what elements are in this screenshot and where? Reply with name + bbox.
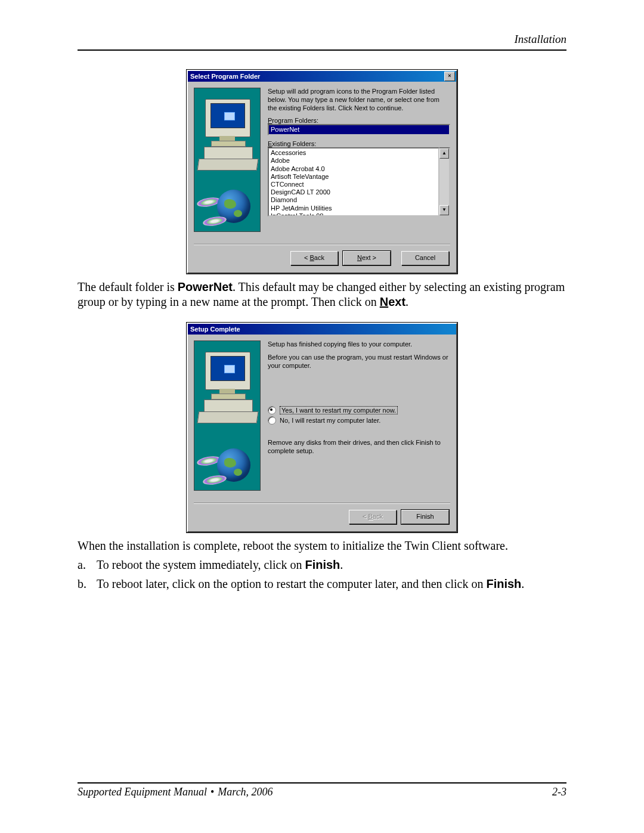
reboot-steps-list: a. To reboot the system immediately, cli… [78,557,566,592]
program-folder-input[interactable]: PowerNet [268,124,450,135]
cancel-button[interactable]: Cancel [401,251,449,265]
dialog-separator [194,503,450,504]
list-item[interactable]: HP JetAdmin Utilities [271,205,436,212]
back-button[interactable]: < Back [290,251,338,265]
setup-complete-dialog: Setup Complete Setup has finished copyin… [187,323,457,532]
header-rule [78,49,566,51]
finish-button[interactable]: Finish [401,510,449,524]
restart-now-label: Yes, I want to restart my computer now. [280,406,398,414]
list-item[interactable]: Accessories [271,149,436,157]
radio-icon [268,416,276,425]
program-folders-label: Program Folders: [268,117,450,124]
paragraph-default-folder: The default folder is PowerNet. This def… [78,280,566,309]
page-number: 2-3 [552,786,566,798]
list-item[interactable]: Artisoft TeleVantage [271,173,436,181]
back-button-disabled: < Back [349,510,397,524]
dialog1-titlebar: Select Program Folder × [188,71,456,82]
dialog2-title: Setup Complete [190,326,240,333]
scroll-down-icon[interactable]: ▼ [439,205,449,215]
list-item[interactable]: CTConnect [271,181,436,188]
setup-complete-line3: Remove any disks from their drives, and … [268,439,450,456]
setup-complete-line1: Setup has finished copying files to your… [268,340,450,349]
page-footer: Supported Equipment Manual•March, 2006 2… [78,782,566,798]
next-button[interactable]: Next > [343,251,391,265]
wizard-graphic [194,88,261,232]
restart-later-option[interactable]: No, I will restart my computer later. [268,416,450,425]
list-item[interactable]: DesignCAD LT 2000 [271,188,436,196]
list-item[interactable]: Adobe [271,157,436,165]
select-program-folder-dialog: Select Program Folder × Setup will add p… [187,70,457,274]
existing-folders-label: Existing Folders: [268,140,450,147]
paragraph-reboot: When the installation is complete, reboo… [78,538,566,553]
list-item: a. To reboot the system immediately, cli… [78,557,566,572]
list-item[interactable]: Adobe Acrobat 4.0 [271,165,436,173]
radio-icon [268,406,276,414]
dialog1-intro: Setup will add program icons to the Prog… [268,88,450,112]
footer-left: Supported Equipment Manual•March, 2006 [78,786,273,798]
restart-now-option[interactable]: Yes, I want to restart my computer now. [268,406,450,414]
wizard-graphic [194,340,261,491]
listbox-scrollbar[interactable]: ▲ ▼ [439,147,450,216]
scroll-up-icon[interactable]: ▲ [439,148,449,159]
dialog-separator [194,244,450,245]
dialog1-title: Select Program Folder [190,73,260,80]
restart-later-label: No, I will restart my computer later. [280,417,380,424]
dialog2-titlebar: Setup Complete [188,324,456,335]
close-icon[interactable]: × [444,72,455,81]
list-item[interactable]: InControl Tools 98 [271,212,436,217]
list-item: b. To reboot later, click on the option … [78,576,566,592]
setup-complete-line2: Before you can use the program, you must… [268,354,450,370]
list-item[interactable]: Diamond [271,196,436,204]
page-header: Installation [78,33,566,49]
existing-folders-listbox[interactable]: Accessories Adobe Adobe Acrobat 4.0 Arti… [268,147,439,216]
